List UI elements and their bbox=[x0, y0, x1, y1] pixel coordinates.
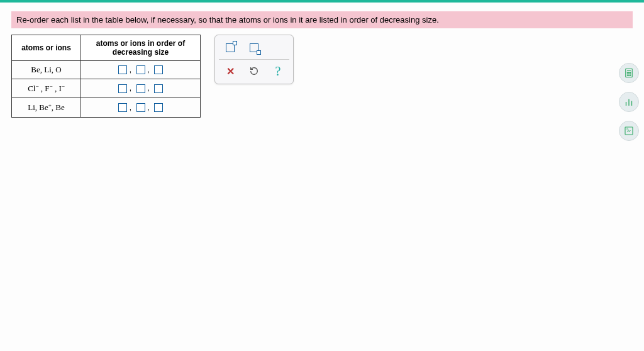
header-order: atoms or ions in order of decreasing siz… bbox=[81, 35, 201, 61]
separator: , bbox=[130, 65, 131, 74]
row2-label: Cl− , F− , I− bbox=[12, 79, 81, 98]
superscript-icon bbox=[226, 43, 235, 52]
subscript-icon bbox=[250, 43, 258, 52]
header-atoms-ions: atoms or ions bbox=[12, 35, 81, 61]
row1-answer[interactable]: , , bbox=[81, 61, 201, 79]
element-icon: Ar 18 bbox=[623, 125, 635, 136]
question-icon: ? bbox=[275, 64, 281, 79]
svg-point-5 bbox=[627, 74, 628, 74]
answer-slot[interactable] bbox=[118, 65, 127, 74]
separator: , bbox=[130, 103, 131, 112]
svg-point-6 bbox=[628, 74, 629, 74]
answer-slot[interactable] bbox=[136, 84, 145, 93]
answer-slot[interactable] bbox=[136, 65, 145, 74]
answer-slot[interactable] bbox=[154, 84, 163, 93]
bar-chart-icon bbox=[623, 96, 635, 108]
svg-point-8 bbox=[627, 75, 628, 75]
answer-slot[interactable] bbox=[118, 103, 127, 112]
graph-button[interactable] bbox=[619, 92, 639, 112]
table-row: Li, Be+, Be , , bbox=[12, 98, 201, 117]
superscript-button[interactable] bbox=[223, 40, 238, 55]
reset-icon bbox=[249, 66, 259, 76]
x-icon: ✕ bbox=[226, 65, 235, 77]
instruction-text: Re-order each list in the table below, i… bbox=[11, 11, 633, 28]
row3-label: Li, Be+, Be bbox=[12, 98, 81, 117]
svg-point-3 bbox=[628, 72, 629, 73]
svg-point-9 bbox=[628, 75, 629, 75]
separator: , bbox=[148, 103, 150, 112]
periodic-table-button[interactable]: Ar 18 bbox=[619, 121, 639, 141]
reset-button[interactable] bbox=[247, 64, 262, 79]
calculator-button[interactable] bbox=[619, 63, 639, 83]
subscript-button[interactable] bbox=[247, 40, 262, 55]
separator: , bbox=[130, 84, 131, 92]
panel-divider bbox=[219, 59, 289, 60]
separator: , bbox=[148, 84, 150, 92]
row3-answer[interactable]: , , bbox=[81, 98, 201, 117]
calculator-icon bbox=[623, 67, 635, 79]
svg-text:18: 18 bbox=[626, 128, 628, 130]
answer-slot[interactable] bbox=[136, 103, 145, 112]
svg-point-7 bbox=[630, 74, 631, 74]
svg-point-4 bbox=[630, 72, 631, 73]
svg-point-2 bbox=[627, 72, 628, 73]
row1-label: Be, Li, O bbox=[12, 61, 81, 79]
answer-slot[interactable] bbox=[118, 84, 127, 93]
format-panel: ✕ ? bbox=[214, 35, 294, 84]
side-toolbar: Ar 18 bbox=[619, 63, 639, 141]
table-row: Be, Li, O , , bbox=[12, 61, 201, 79]
row2-answer[interactable]: , , bbox=[81, 79, 201, 98]
clear-button[interactable]: ✕ bbox=[223, 64, 238, 79]
content-area: atoms or ions atoms or ions in order of … bbox=[0, 35, 644, 118]
answer-table: atoms or ions atoms or ions in order of … bbox=[11, 35, 201, 118]
svg-point-10 bbox=[630, 75, 631, 75]
table-row: Cl− , F− , I− , , bbox=[12, 79, 201, 98]
separator: , bbox=[148, 65, 150, 74]
answer-slot[interactable] bbox=[154, 65, 163, 74]
top-accent-bar bbox=[0, 0, 644, 3]
help-button[interactable]: ? bbox=[270, 64, 286, 79]
answer-slot[interactable] bbox=[154, 103, 163, 112]
